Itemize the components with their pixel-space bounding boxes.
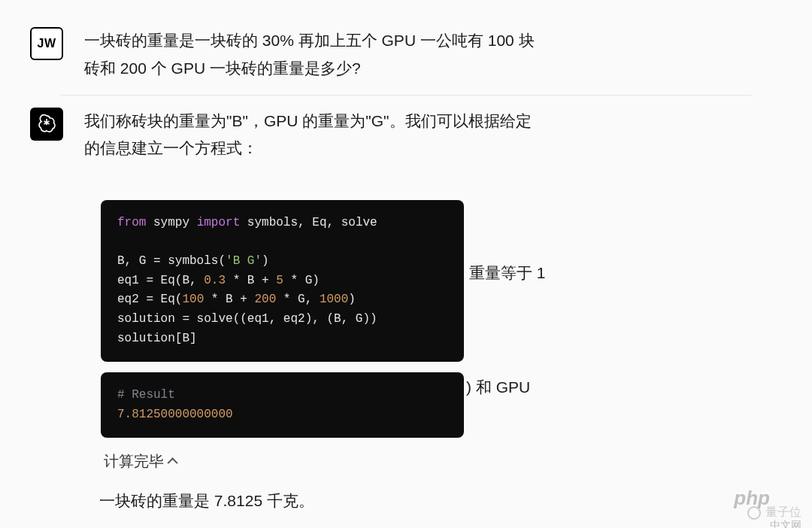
user-avatar: JW — [30, 27, 63, 60]
code-number: 0.3 — [204, 274, 226, 287]
code-text: ) — [348, 293, 356, 306]
hidden-text-fragment-1: 重量等于 1 — [469, 259, 546, 287]
code-number: 1000 — [320, 293, 348, 306]
collapse-label: 计算完毕 — [104, 451, 164, 472]
chevron-up-icon — [168, 457, 178, 468]
collapse-toggle[interactable]: 计算完毕 — [101, 448, 464, 478]
code-text: B, G = symbols( — [117, 254, 226, 268]
hidden-text-fragment-2: ) 和 GPU — [466, 374, 530, 402]
code-result-block[interactable]: # Result 7.81250000000000 — [101, 372, 464, 438]
user-message-text: 一块砖的重量是一块砖的 30% 再加上五个 GPU 一公吨有 100 块砖和 2… — [84, 27, 535, 83]
code-text: * B + — [226, 274, 276, 287]
code-keyword: import — [197, 216, 241, 229]
code-text: ) — [262, 254, 269, 268]
result-comment: # Result — [117, 388, 175, 402]
code-string: 'B G' — [226, 254, 262, 268]
assistant-avatar — [30, 108, 63, 141]
result-value: 7.81250000000000 — [117, 408, 233, 421]
code-text: solution = solve((eq1, eq2), (B, G)) — [117, 312, 377, 326]
bubble-icon — [747, 506, 761, 520]
code-text: * B + — [204, 293, 254, 306]
source-watermark-sub: 中文网 — [770, 519, 801, 528]
code-text: eq2 = Eq( — [117, 293, 182, 306]
watermark-sub: 中文网 — [770, 519, 801, 528]
assistant-message-row: 我们称砖块的重量为"B"，GPU 的重量为"G"。我们可以根据给定的信息建立一个… — [30, 96, 782, 175]
code-keyword: from — [117, 216, 146, 229]
watermark-main: 量子位 — [765, 505, 801, 520]
assistant-final-text: 一块砖的重量是 7.8125 千克。 — [99, 487, 314, 515]
assistant-intro-text: 我们称砖块的重量为"B"，GPU 的重量为"G"。我们可以根据给定的信息建立一个… — [84, 108, 535, 163]
source-watermark: 量子位 — [747, 505, 801, 520]
code-text: * G) — [283, 274, 320, 287]
code-number: 200 — [254, 293, 276, 306]
code-identifiers: symbols, Eq, solve — [247, 216, 377, 229]
openai-icon — [36, 114, 57, 135]
code-text: eq1 = Eq(B, — [117, 274, 204, 287]
code-text: * G, — [276, 293, 320, 306]
user-message-row: JW 一块砖的重量是一块砖的 30% 再加上五个 GPU 一公吨有 100 块砖… — [30, 15, 782, 95]
code-text: solution[B] — [117, 332, 197, 345]
code-source-block[interactable]: from sympy import symbols, Eq, solve B, … — [101, 200, 464, 362]
code-expansion-panel: from sympy import symbols, Eq, solve B, … — [101, 200, 464, 478]
code-number: 5 — [276, 274, 283, 287]
code-number: 100 — [182, 293, 204, 306]
code-module: sympy — [153, 216, 189, 229]
